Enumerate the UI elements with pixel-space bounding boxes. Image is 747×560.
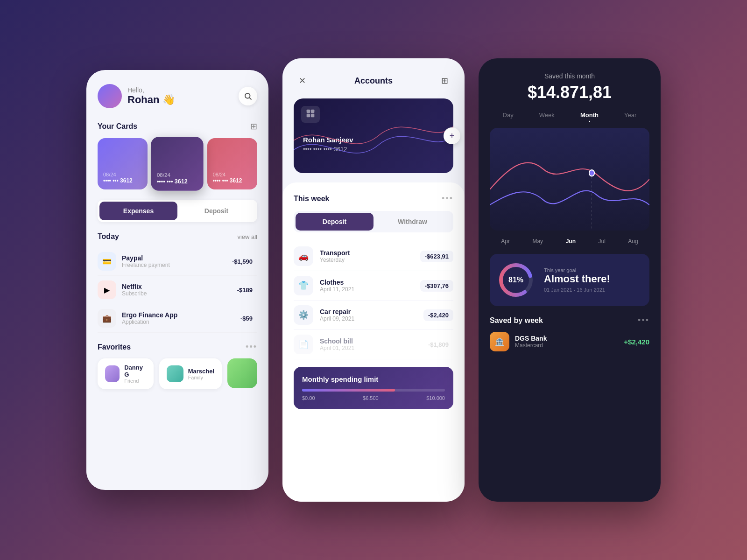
- school-bill-icon: 📄: [294, 335, 313, 354]
- big-card[interactable]: Rohan Sanjeev •••• •••• •••• 3612: [294, 98, 453, 173]
- saved-week-menu-icon[interactable]: •••: [638, 315, 649, 325]
- favorite-marschel[interactable]: Marschel Family: [159, 358, 222, 389]
- deposit-tab2[interactable]: Deposit: [296, 213, 374, 231]
- greeting-block: Hello, Rohan 👋: [127, 86, 239, 106]
- close-button[interactable]: ✕: [294, 72, 310, 89]
- goal-section: 81% This year goal Almost there! 01 Jan …: [490, 254, 649, 306]
- car-repair-name: Car repair: [320, 308, 354, 315]
- car-repair-icon: ⚙️: [294, 305, 313, 325]
- cards-section-header: Your Cards ⊞: [98, 121, 257, 132]
- bank-icon: 🏦: [490, 332, 509, 351]
- saved-week-header: Saved by week •••: [490, 315, 649, 325]
- card-1[interactable]: 08/24 •••• ••• 3612: [98, 138, 148, 189]
- time-tab-day[interactable]: Day: [503, 112, 514, 120]
- danny-rel: Friend: [124, 378, 146, 384]
- label-mid: $6.500: [363, 395, 379, 401]
- svg-rect-4: [307, 114, 310, 118]
- ergo-sub: Application: [122, 319, 177, 325]
- goal-text: This year goal Almost there! 01 Jan 2021…: [544, 267, 610, 293]
- phone2-header: ✕ Accounts ⊞: [282, 58, 465, 98]
- card1-num: •••• ••• 3612: [103, 177, 142, 184]
- svg-rect-5: [311, 114, 315, 118]
- time-tab-year[interactable]: Year: [624, 112, 636, 120]
- goal-label: This year goal: [544, 267, 610, 273]
- transport-icon: 🚗: [294, 246, 313, 266]
- tx-school-bill[interactable]: 📄 School bill April 01, 2021 -$1,809: [294, 330, 453, 359]
- svg-rect-2: [307, 110, 310, 113]
- clothes-name: Clothes: [320, 279, 354, 286]
- netflix-amount: -$189: [233, 284, 257, 296]
- month-aug: Aug: [628, 238, 638, 245]
- car-repair-amount: -$2,420: [423, 309, 453, 321]
- deposit-tab[interactable]: Deposit: [177, 202, 255, 220]
- today-title: Today: [98, 232, 119, 241]
- add-card-button[interactable]: +: [444, 127, 460, 144]
- fav-add-icon[interactable]: [227, 358, 257, 388]
- transaction-netflix[interactable]: ▶ Netflix Subscribe -$189: [98, 276, 257, 304]
- search-button[interactable]: [239, 87, 257, 105]
- view-all-link[interactable]: view all: [237, 233, 257, 240]
- spending-labels: $0.00 $6.500 $10.000: [302, 395, 445, 401]
- deposit-withdraw-tabs: Deposit Withdraw: [294, 211, 453, 232]
- spending-limit-title: Monthly spending limit: [302, 375, 445, 383]
- favorites-header: Favorites •••: [98, 342, 257, 352]
- clothes-amount: -$307,76: [420, 280, 453, 292]
- card-lines-decoration: [294, 98, 453, 173]
- favorites-menu-icon[interactable]: •••: [246, 342, 257, 352]
- tx-clothes[interactable]: 👕 Clothes April 11, 2021 -$307,76: [294, 271, 453, 301]
- paypal-amount: -$1,590: [227, 256, 257, 267]
- spending-bar-bg: [302, 389, 445, 392]
- card2-date: 08/24: [157, 172, 197, 178]
- svg-point-6: [589, 170, 594, 176]
- month-jun: Jun: [566, 238, 576, 245]
- marschel-name: Marschel: [188, 368, 214, 375]
- school-bill-name: School bill: [320, 337, 354, 345]
- withdraw-tab2[interactable]: Withdraw: [374, 213, 451, 231]
- marschel-rel: Family: [188, 375, 214, 380]
- goal-title: Almost there!: [544, 273, 610, 285]
- saved-amount: $14.871,81: [490, 83, 649, 102]
- car-repair-date: April 09, 2021: [320, 315, 354, 322]
- accounts-title: Accounts: [354, 76, 393, 86]
- favorite-danny[interactable]: Danny G Friend: [98, 358, 154, 389]
- bank-item[interactable]: 🏦 DGS Bank Mastercard +$2,420: [490, 332, 649, 351]
- transaction-paypal[interactable]: 💳 Paypal Freelance payment -$1,590: [98, 247, 257, 276]
- week-menu-icon[interactable]: •••: [442, 194, 453, 203]
- month-jul: Jul: [599, 238, 606, 245]
- label-max: $10.000: [426, 395, 445, 401]
- expenses-tab[interactable]: Expenses: [99, 202, 177, 220]
- card2-num: •••• ••• 3612: [157, 178, 197, 185]
- week-header: This week •••: [294, 194, 453, 203]
- month-may: May: [532, 238, 543, 245]
- card-2[interactable]: 08/24 •••• ••• 3612: [151, 137, 204, 191]
- tx-car-repair[interactable]: ⚙️ Car repair April 09, 2021 -$2,420: [294, 301, 453, 330]
- phone-screen-1: Hello, Rohan 👋 Your Cards ⊞ 08/24 •••• •…: [86, 70, 268, 490]
- phone2-body: This week ••• Deposit Withdraw 🚗 Transpo…: [282, 182, 465, 502]
- phone-screen-3: Saved this month $14.871,81 Day Week Mon…: [479, 58, 661, 502]
- saved-week-title: Saved by week: [490, 316, 543, 325]
- month-apr: Apr: [501, 238, 510, 245]
- svg-point-0: [245, 93, 250, 98]
- bank-amount: +$2,420: [624, 338, 649, 346]
- grid-button[interactable]: ⊞: [437, 72, 453, 89]
- time-tabs: Day Week Month Year: [490, 112, 649, 120]
- favorites-section: Favorites ••• Danny G Friend Marschel Fa…: [98, 342, 257, 389]
- card3-date: 08/24: [213, 172, 252, 177]
- ergo-icon: 💼: [98, 309, 116, 328]
- cards-grid-icon[interactable]: ⊞: [250, 121, 257, 132]
- transaction-ergo[interactable]: 💼 Ergo Finance App Application -$59: [98, 304, 257, 333]
- transport-date: Yesterday: [320, 257, 350, 263]
- today-header: Today view all: [98, 232, 257, 241]
- tx-transport[interactable]: 🚗 Transport Yesterday -$623,91: [294, 242, 453, 271]
- time-tab-week[interactable]: Week: [539, 112, 555, 120]
- clothes-icon: 👕: [294, 276, 313, 295]
- bank-sub: Mastercard: [515, 342, 547, 349]
- time-tab-month[interactable]: Month: [580, 112, 599, 120]
- card-3[interactable]: 08/24 •••• ••• 3612: [207, 138, 257, 189]
- card3-num: •••• ••• 3612: [213, 177, 252, 184]
- this-week-title: This week: [294, 195, 329, 203]
- card1-date: 08/24: [103, 172, 142, 177]
- goal-percent: 81%: [508, 276, 523, 284]
- paypal-sub: Freelance payment: [122, 262, 170, 268]
- ergo-amount: -$59: [236, 313, 257, 324]
